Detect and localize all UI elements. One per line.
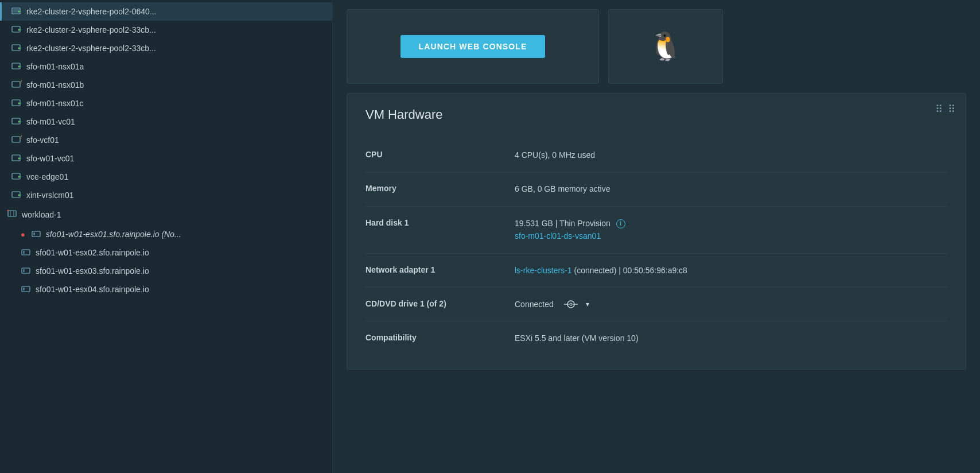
- main-content: LAUNCH WEB CONSOLE 🐧 VM Hardware ⠿ ⠿ CPU…: [333, 0, 980, 473]
- sidebar-item-label: sfo01-w01-esx04.sfo.rainpole.io: [36, 285, 149, 294]
- sidebar-item-sfo-m01-nsx01a[interactable]: sfo-m01-nsx01a: [0, 57, 332, 76]
- hw-row-cddvd: CD/DVD drive 1 (of 2) Connected ▾: [365, 287, 947, 321]
- host-icon: [21, 266, 31, 276]
- hw-value-memory: 6 GB, 0 GB memory active: [515, 183, 947, 195]
- svg-text:⚠: ⚠: [20, 135, 22, 139]
- svg-rect-9: [12, 82, 20, 87]
- svg-rect-34: [23, 288, 25, 290]
- cd-icon: [563, 300, 579, 309]
- hw-label-compatibility: Compatibility: [365, 332, 515, 342]
- hw-row-harddisk: Hard disk 1 19.531 GB | Thin Provision i…: [365, 206, 947, 253]
- hw-value-compatibility: ESXi 5.5 and later (VM version 10): [515, 332, 947, 344]
- launch-console-button[interactable]: LAUNCH WEB CONSOLE: [400, 35, 546, 58]
- more-options-button[interactable]: ⠿ ⠿: [935, 103, 956, 115]
- sidebar-item-label: sfo-m01-nsx01a: [26, 62, 84, 71]
- sidebar-item-rke2-pool2-33cb-1[interactable]: rke2-cluster-2-vsphere-pool2-33cb...: [0, 21, 332, 39]
- svg-rect-15: [12, 137, 20, 142]
- hw-label-memory: Memory: [365, 183, 515, 193]
- sidebar-item-sfo01-w01-esx03[interactable]: sfo01-w01-esx03.sfo.rainpole.io: [0, 262, 332, 280]
- sidebar-item-label: rke2-cluster-2-vsphere-pool2-33cb...: [26, 44, 156, 53]
- chevron-down-icon[interactable]: ▾: [586, 299, 589, 310]
- os-card: 🐧: [608, 9, 723, 84]
- vm-icon: [11, 25, 22, 35]
- hw-value-harddisk: 19.531 GB | Thin Provision i sfo-m01-cl0…: [515, 217, 947, 243]
- vm-hardware-title: VM Hardware: [365, 107, 947, 122]
- sidebar-item-sfo01-w01-esx02[interactable]: sfo01-w01-esx02.sfo.rainpole.io: [0, 243, 332, 262]
- network-link[interactable]: ls-rke-clusters-1: [515, 266, 572, 275]
- sidebar-item-sfo-vcf01[interactable]: ⚠ sfo-vcf01: [0, 131, 332, 149]
- sidebar-item-sfo-m01-vc01[interactable]: sfo-m01-vc01: [0, 113, 332, 131]
- sidebar-item-label: sfo-w01-vc01: [26, 154, 74, 163]
- vm-hardware-card: VM Hardware ⠿ ⠿ CPU 4 CPU(s), 0 MHz used…: [347, 93, 966, 370]
- sidebar-item-label: sfo-vcf01: [26, 135, 59, 145]
- network-suffix: (connected) | 00:50:56:96:a9:c8: [572, 266, 687, 275]
- sidebar-item-label: sfo-m01-vc01: [26, 117, 75, 126]
- svg-rect-32: [23, 269, 25, 272]
- info-icon[interactable]: i: [616, 219, 625, 228]
- sidebar-item-rke2-pool2-0640[interactable]: rke2-cluster-2-vsphere-pool2-0640...: [0, 2, 332, 21]
- cd-connected-text: Connected: [515, 298, 554, 311]
- sidebar-item-label: sfo01-w01-esx01.sfo.rainpole.io (No...: [46, 230, 181, 239]
- hw-value-cddvd: Connected ▾: [515, 298, 947, 311]
- host-icon: [21, 247, 31, 258]
- console-card: LAUNCH WEB CONSOLE: [347, 9, 599, 84]
- top-area: LAUNCH WEB CONSOLE 🐧: [333, 0, 980, 93]
- workload-label: workload-1: [22, 210, 61, 219]
- vm-icon: [11, 172, 22, 182]
- hw-label-network: Network adapter 1: [365, 264, 515, 274]
- vm-icon: [11, 117, 22, 127]
- linux-icon: 🐧: [648, 33, 683, 60]
- svg-rect-1: [13, 9, 19, 13]
- sidebar-item-sfo-m01-nsx01b[interactable]: ⚠ sfo-m01-nsx01b: [0, 76, 332, 94]
- hw-row-cpu: CPU 4 CPU(s), 0 MHz used: [365, 138, 947, 172]
- vm-icon: [11, 6, 22, 17]
- sidebar-item-label: rke2-cluster-2-vsphere-pool2-0640...: [26, 7, 156, 16]
- hw-row-network: Network adapter 1 ls-rke-clusters-1 (con…: [365, 253, 947, 287]
- vm-icon: [11, 190, 22, 200]
- sidebar-item-label: rke2-cluster-2-vsphere-pool2-33cb...: [26, 25, 156, 34]
- hw-label-harddisk: Hard disk 1: [365, 217, 515, 227]
- sidebar-item-xint-vrslcm01[interactable]: xint-vrslcm01: [0, 186, 332, 204]
- sidebar-item-label: xint-vrslcm01: [26, 191, 73, 200]
- harddisk-text: 19.531 GB | Thin Provision: [515, 219, 610, 228]
- svg-rect-30: [23, 251, 25, 254]
- sidebar-section-workload[interactable]: workload-1: [0, 204, 332, 225]
- datastore-link[interactable]: sfo-m01-cl01-ds-vsan01: [515, 231, 601, 241]
- sidebar-item-label: sfo-m01-nsx01b: [26, 80, 84, 90]
- sidebar-item-sfo-m01-nsx01c[interactable]: sfo-m01-nsx01c: [0, 94, 332, 113]
- sidebar-item-sfo01-w01-esx01[interactable]: ● sfo01-w01-esx01.sfo.rainpole.io (No...: [0, 225, 332, 243]
- sidebar-item-vce-edge01[interactable]: vce-edge01: [0, 168, 332, 186]
- host-icon: [31, 229, 41, 239]
- vm-icon: [11, 153, 22, 164]
- sidebar: rke2-cluster-2-vsphere-pool2-0640... rke…: [0, 0, 333, 473]
- sidebar-item-label: sfo01-w01-esx03.sfo.rainpole.io: [36, 266, 149, 276]
- sidebar-item-label: sfo-m01-nsx01c: [26, 99, 84, 108]
- hw-row-compatibility: Compatibility ESXi 5.5 and later (VM ver…: [365, 321, 947, 355]
- vm-icon: [11, 98, 22, 108]
- sidebar-item-rke2-pool2-33cb-2[interactable]: rke2-cluster-2-vsphere-pool2-33cb...: [0, 39, 332, 57]
- sidebar-item-sfo-w01-vc01[interactable]: sfo-w01-vc01: [0, 149, 332, 168]
- hw-value-cpu: 4 CPU(s), 0 MHz used: [515, 149, 947, 161]
- svg-text:⚠: ⚠: [20, 80, 22, 84]
- hw-value-network: ls-rke-clusters-1 (connected) | 00:50:56…: [515, 264, 947, 277]
- error-badge: ●: [21, 230, 25, 239]
- svg-rect-28: [33, 232, 35, 235]
- hw-label-cddvd: CD/DVD drive 1 (of 2): [365, 298, 515, 308]
- hw-label-cpu: CPU: [365, 149, 515, 159]
- sidebar-item-label: vce-edge01: [26, 172, 68, 181]
- datacenter-icon: [7, 208, 17, 221]
- hw-row-memory: Memory 6 GB, 0 GB memory active: [365, 172, 947, 206]
- svg-rect-23: [8, 211, 16, 216]
- host-icon: [21, 284, 31, 294]
- svg-point-37: [570, 303, 572, 305]
- sidebar-item-sfo01-w01-esx04[interactable]: sfo01-w01-esx04.sfo.rainpole.io: [0, 280, 332, 298]
- vm-icon: [11, 43, 22, 53]
- sidebar-item-label: sfo01-w01-esx02.sfo.rainpole.io: [36, 248, 149, 257]
- vm-warning-icon: ⚠: [11, 135, 22, 145]
- svg-point-26: [7, 210, 9, 212]
- vm-warning-icon: ⚠: [11, 80, 22, 90]
- vm-icon: [11, 61, 22, 72]
